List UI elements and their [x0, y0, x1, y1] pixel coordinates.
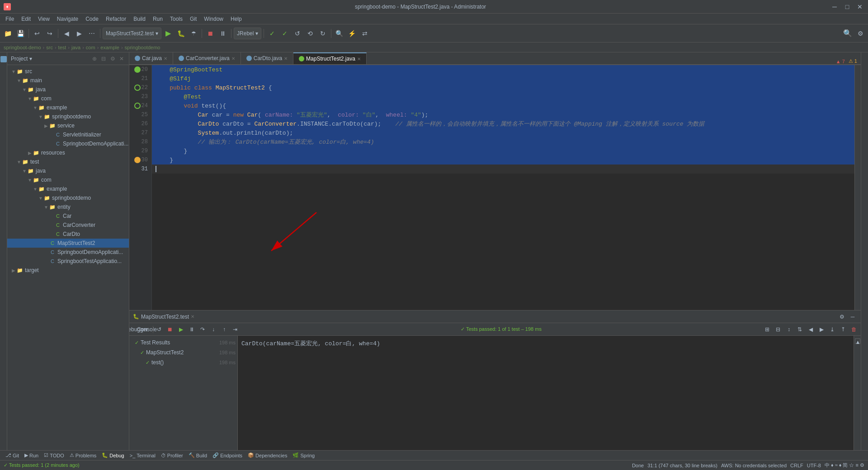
bc-java[interactable]: java — [71, 45, 80, 50]
debug-sort2-btn[interactable]: ⇅ — [795, 324, 805, 334]
git-rollback-btn[interactable]: ↻ — [317, 28, 329, 39]
debug-step-over-btn[interactable]: ↷ — [198, 324, 208, 334]
debug-collapse-btn[interactable]: ⊟ — [773, 324, 783, 334]
tab-mapstructtest2-java[interactable]: MapStructTest2.java ✕ — [293, 52, 367, 64]
toolbar-power-btn[interactable]: ⚡ — [346, 28, 358, 39]
toolbar-undo-btn[interactable]: ↩ — [31, 28, 43, 39]
bottom-settings-btn[interactable]: ⚙ — [837, 312, 846, 321]
debug-expand-btn[interactable]: ⊞ — [762, 324, 772, 334]
tree-item-com1[interactable]: ▼ 📁 com — [7, 94, 129, 103]
project-close-btn[interactable]: ✕ — [118, 55, 125, 62]
toolbar-more-btn[interactable]: ⋯ — [86, 28, 98, 39]
menu-window[interactable]: Window — [200, 15, 227, 23]
menu-file[interactable]: File — [2, 15, 18, 23]
tree-item-target[interactable]: ▶ 📁 target — [7, 266, 129, 275]
tree-item-example2[interactable]: ▼ 📁 example — [7, 184, 129, 193]
tree-item-cardto[interactable]: ▶ C CarDto — [7, 230, 129, 239]
tree-item-springbootdemo-applicati[interactable]: ▶ C SpringbootDemoApplicati... — [7, 248, 129, 257]
toolbar-forward-btn[interactable]: ▶ — [73, 28, 85, 39]
test-method-test[interactable]: ✓ test() 198 ms — [129, 357, 237, 367]
menu-navigate[interactable]: Navigate — [53, 15, 82, 23]
tree-item-test[interactable]: ▼ 📁 test — [7, 157, 129, 166]
debug-pause-btn[interactable]: ⏸ — [187, 324, 197, 334]
project-settings-btn[interactable]: ⚙ — [109, 55, 116, 62]
debug-resume-btn[interactable]: ▶ — [176, 324, 186, 334]
menu-tools[interactable]: Tools — [166, 15, 186, 23]
menu-edit[interactable]: Edit — [18, 15, 34, 23]
jrebel-dropdown[interactable]: JRebel ▾ — [234, 28, 261, 39]
minimize-button[interactable]: ─ — [830, 2, 839, 11]
tree-item-resources[interactable]: ▶ 📁 resources — [7, 148, 129, 157]
bc-springbootdemo[interactable]: springbootdemo — [125, 45, 160, 50]
menu-code[interactable]: Code — [82, 15, 102, 23]
toolbar-search-everywhere-btn[interactable]: 🔍 — [842, 28, 854, 39]
tab-close-mapstructtest2[interactable]: ✕ — [357, 56, 361, 61]
tab-close-cardto[interactable]: ✕ — [284, 56, 288, 61]
debug-import-btn[interactable]: ⤓ — [827, 324, 837, 334]
sidebar-scroll-up[interactable]: ▲ — [855, 338, 860, 344]
tree-item-mapstructtest2[interactable]: ▶ C MapStructTest2 — [7, 239, 129, 248]
tree-item-springboottest-app[interactable]: ▶ C SpringbootTestApplicatio... — [7, 257, 129, 266]
bt-profiler[interactable]: ⏱ Profiler — [159, 451, 185, 461]
menu-git[interactable]: Git — [186, 15, 200, 23]
bt-endpoints[interactable]: 🔗 Endpoints — [211, 451, 244, 461]
toolbar-find-btn[interactable]: 🔍 — [334, 28, 345, 39]
toolbar-pause-btn[interactable]: ⏸ — [217, 28, 229, 39]
tree-item-car[interactable]: ▶ C Car — [7, 212, 129, 221]
toolbar-translate-btn[interactable]: ⇄ — [359, 28, 371, 39]
bt-terminal[interactable]: >_ Terminal — [128, 451, 157, 461]
tab-cardto-java[interactable]: CarDto.java ✕ — [241, 52, 293, 64]
toolbar-back-btn[interactable]: ◀ — [61, 28, 72, 39]
tree-item-com2[interactable]: ▼ 📁 com — [7, 175, 129, 184]
project-scope-btn[interactable]: ⊕ — [91, 55, 98, 62]
project-sidebar-icon[interactable] — [0, 56, 7, 62]
menu-view[interactable]: View — [34, 15, 53, 23]
bt-debug[interactable]: 🐛 Debug — [100, 451, 126, 461]
debug-btn[interactable]: 🐛 — [175, 28, 187, 39]
bc-example[interactable]: example — [100, 45, 119, 50]
debug-export-btn[interactable]: ⤒ — [838, 324, 848, 334]
debug-trash-btn[interactable]: 🗑 — [849, 324, 859, 334]
toolbar-settings-btn[interactable]: ⚙ — [854, 28, 866, 39]
close-button[interactable]: ✕ — [855, 2, 864, 11]
debug-sort-btn[interactable]: ↕ — [784, 324, 794, 334]
menu-run[interactable]: Run — [149, 15, 166, 23]
bc-src[interactable]: src — [46, 45, 53, 50]
tree-item-springbootdemo-app[interactable]: ▶ C SpringbootDemoApplicati... — [7, 139, 129, 148]
bt-run[interactable]: ▶ Run — [23, 451, 40, 461]
coverage-btn[interactable]: ☂ — [188, 28, 199, 39]
bt-dependencies[interactable]: 📦 Dependencies — [246, 451, 289, 461]
tree-item-src[interactable]: ▼ 📁 src — [7, 67, 129, 76]
tree-item-example1[interactable]: ▼ 📁 example — [7, 103, 129, 112]
git-push-btn[interactable]: ✓ — [279, 28, 291, 39]
debug-step-into-btn[interactable]: ↓ — [208, 324, 218, 334]
toolbar-redo-btn[interactable]: ↪ — [44, 28, 56, 39]
maximize-button[interactable]: □ — [843, 2, 852, 11]
menu-refactor[interactable]: Refactor — [102, 15, 130, 23]
debug-step-out-btn[interactable]: ↑ — [219, 324, 229, 334]
menu-help[interactable]: Help — [227, 15, 245, 23]
editor-scrollbar[interactable] — [854, 65, 861, 310]
code-content[interactable]: @SpringBootTest @Slf4j public class MapS… — [152, 65, 854, 310]
bc-test[interactable]: test — [58, 45, 66, 50]
project-collapse-btn[interactable]: ⊟ — [100, 55, 107, 62]
debug-prev-fail-btn[interactable]: ◀ — [806, 324, 816, 334]
tab-car-java[interactable]: Car.java ✕ — [129, 52, 173, 64]
git-fetch-btn[interactable]: ↺ — [292, 28, 303, 39]
debug-run-to-cursor-btn[interactable]: ⇥ — [230, 324, 240, 334]
bottom-minimize-btn[interactable]: ─ — [848, 312, 857, 321]
tree-item-service[interactable]: ▶ 📁 service — [7, 121, 129, 130]
tree-item-java2[interactable]: ▼ 📁 java — [7, 166, 129, 175]
toolbar-open-btn[interactable]: 📁 — [2, 28, 14, 39]
run-config-dropdown[interactable]: MapStructTest2.test ▾ — [103, 28, 161, 39]
console-tab[interactable]: Console — [142, 324, 152, 334]
git-check-btn[interactable]: ✓ — [266, 28, 278, 39]
tree-item-servletinitializer[interactable]: ▶ C ServletInitializer — [7, 130, 129, 139]
tree-item-java1[interactable]: ▼ 📁 java — [7, 85, 129, 94]
bt-todo[interactable]: ☑ TODO — [42, 451, 66, 461]
tab-carconverter-java[interactable]: CarConverter.java ✕ — [173, 52, 241, 64]
debug-next-fail-btn[interactable]: ▶ — [816, 324, 826, 334]
bt-git[interactable]: ⎇ Git — [4, 451, 21, 461]
tree-item-springbootdemo2[interactable]: ▼ 📁 springbootdemo — [7, 193, 129, 202]
bt-spring[interactable]: 🌿 Spring — [291, 451, 316, 461]
